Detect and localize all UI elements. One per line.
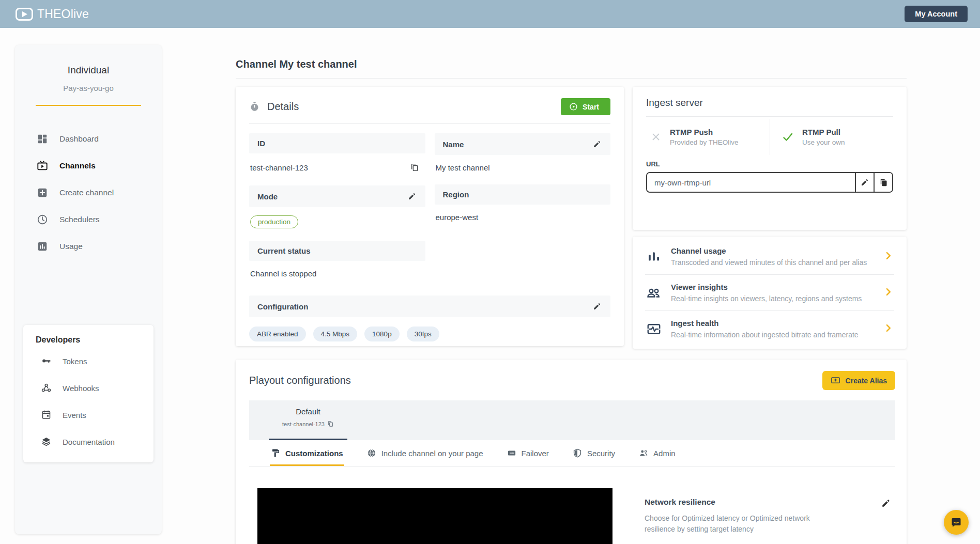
alias-name: Default [269,407,347,416]
sidebar-item-events[interactable]: Events [23,401,154,428]
edit-configuration-button[interactable] [592,301,602,312]
insight-title: Viewer insights [671,283,883,291]
tab-label: Customizations [285,449,343,458]
bar-chart-icon [646,249,662,265]
sidebar-item-label: Webhooks [63,384,99,393]
admin-users-icon [639,448,648,458]
rtmp-push-title: RTMP Push [670,128,739,136]
sidebar-item-schedulers[interactable]: Schedulers [15,206,162,233]
sidebar-item-label: Channels [59,161,96,170]
details-title: Details [267,101,299,113]
sidebar-item-create-channel[interactable]: Create channel [15,179,162,206]
tab-label: Admin [653,449,676,458]
brand-logo[interactable]: THEOlive [16,7,89,21]
x-icon [650,131,662,143]
config-badge: 30fps [407,327,439,341]
theolive-play-logo-icon [16,8,33,21]
ingest-health-row[interactable]: Ingest health Real-time information abou… [645,310,894,347]
calendar-icon [41,409,52,421]
sidebar: Individual Pay-as-you-go Dashboard [15,45,162,534]
playout-configurations-card: Playout configurations Create Alias Defa… [236,360,907,544]
field-id: ID test-channel-123 [249,133,425,180]
tab-label: Include channel on your page [381,449,483,458]
edit-url-button[interactable] [855,173,874,192]
ingest-server-card: Ingest server RTMP Push Provided by [633,87,907,230]
sidebar-item-webhooks[interactable]: Webhooks [23,375,154,401]
sidebar-item-channels[interactable]: Channels [15,152,162,179]
playout-subtabs: Customizations Include channel on your p… [249,440,895,467]
rtmp-pull-subtitle: Use your own [802,138,845,146]
usage-chart-icon [37,241,48,252]
channel-usage-row[interactable]: Channel usage Transcoded and viewed minu… [645,239,894,274]
sidebar-item-label: Schedulers [59,215,100,224]
ingest-divider [646,116,893,117]
webhook-icon [41,382,52,394]
insight-description: Real-time information about ingested bit… [671,331,883,339]
timer-icon [249,101,260,112]
insight-title: Ingest health [671,319,883,328]
url-input-group [646,172,893,193]
tab-customizations[interactable]: Customizations [270,440,344,466]
field-current-status: Current status Channel is stopped [249,241,425,285]
sidebar-item-label: Documentation [63,438,115,446]
insight-description: Transcoded and viewed minutes of this ch… [671,258,883,267]
sidebar-item-dashboard[interactable]: Dashboard [15,126,162,152]
status-value: Channel is stopped [250,269,316,278]
clock-icon [37,214,48,225]
network-resilience-description: Choose for Optimized latency or Optimize… [645,513,815,535]
edit-name-button[interactable] [592,139,602,149]
create-alias-button[interactable]: Create Alias [822,371,895,390]
rtmp-url-input[interactable] [647,173,855,192]
alias-tab-strip: Default test-channel-123 [249,400,895,440]
mode-badge: production [250,215,298,228]
sidebar-nav: Dashboard Channels [15,126,162,260]
my-account-button[interactable]: My Account [905,6,968,22]
sidebar-item-documentation[interactable]: Documentation [23,428,154,455]
check-icon [782,131,794,143]
failover-switch-icon [507,448,516,458]
insight-title: Channel usage [671,246,883,255]
plan-subtitle: Pay-as-you-go [15,84,162,92]
plan-title: Individual [15,65,162,76]
topbar: THEOlive My Account [0,0,980,28]
alias-id: test-channel-123 [282,421,325,427]
copy-alias-id-button[interactable] [327,421,334,427]
layers-icon [41,436,52,447]
sidebar-item-label: Dashboard [59,134,99,144]
video-player[interactable] [257,488,612,544]
mode-label: Mode [257,192,278,201]
start-channel-button[interactable]: Start [561,98,610,115]
id-label: ID [257,139,265,148]
copy-url-button[interactable] [874,173,892,192]
rtmp-push-option[interactable]: RTMP Push Provided by THEOlive [646,119,770,155]
tab-security[interactable]: Security [572,440,616,466]
tab-failover[interactable]: Failover [506,440,550,466]
edit-network-resilience-button[interactable] [880,498,892,509]
alias-tab-default[interactable]: Default test-channel-123 [269,400,347,440]
field-configuration: Configuration ABR enabled 4.5 Mbps 1080p… [249,296,610,341]
plan-divider [36,105,141,106]
tab-include-channel[interactable]: Include channel on your page [366,440,484,466]
rtmp-pull-title: RTMP Pull [802,128,845,136]
ingest-title: Ingest server [646,97,893,108]
sidebar-item-usage[interactable]: Usage [15,233,162,260]
copy-id-button[interactable] [409,162,420,173]
field-name: Name My test channel [435,133,611,179]
rtmp-pull-option[interactable]: RTMP Pull Use your own [770,119,893,155]
developers-card: Developers Tokens Webhooks [23,325,154,462]
sidebar-item-label: Tokens [63,357,87,366]
screen-plus-icon [831,376,840,385]
rtmp-push-subtitle: Provided by THEOlive [670,138,739,146]
chat-launcher-button[interactable] [944,510,969,535]
sidebar-item-label: Usage [59,242,83,251]
sidebar-item-tokens[interactable]: Tokens [23,348,154,375]
tab-admin[interactable]: Admin [638,440,677,466]
edit-mode-button[interactable] [407,191,417,201]
details-card: Details Start ID [236,87,624,346]
globe-icon [367,448,376,458]
id-value: test-channel-123 [250,163,308,172]
tab-label: Failover [522,449,549,458]
chevron-right-icon [883,287,893,299]
field-region: Region europe-west [435,184,611,229]
viewer-insights-row[interactable]: Viewer insights Real-time insights on vi… [645,274,894,310]
